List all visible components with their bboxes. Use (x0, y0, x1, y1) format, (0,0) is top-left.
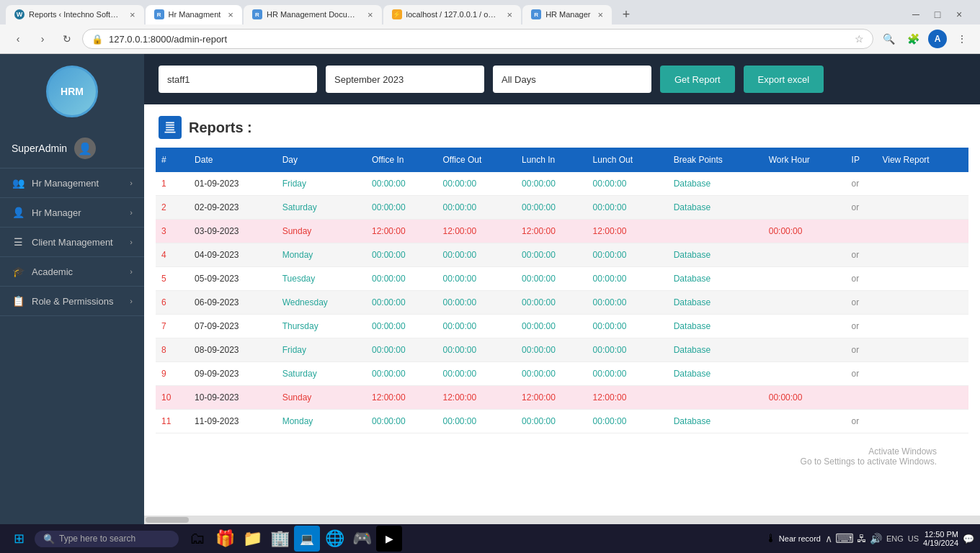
taskbar-app-terminal[interactable]: ▶ (376, 526, 402, 552)
taskbar-app-code[interactable]: 💻 (294, 526, 320, 552)
table-row: 6 06-09-2023 Wednesday 00:00:00 00:00:00… (156, 291, 968, 315)
thermometer-icon: 🌡 (765, 532, 777, 545)
sidebar-label-academic: Academic (32, 266, 73, 277)
taskbar-app-explorer[interactable]: 🗂 (184, 526, 210, 552)
forward-button[interactable]: › (33, 30, 52, 48)
cell-break-points: Database (668, 291, 763, 315)
cell-work-hour (763, 267, 846, 291)
bookmark-icon[interactable]: ☆ (855, 33, 864, 45)
date-display: 4/19/2024 (923, 539, 958, 547)
tray-up-icon[interactable]: ∧ (825, 533, 832, 544)
tab-close-1[interactable]: × (130, 9, 135, 20)
time-display: 12:50 PM (923, 530, 958, 539)
cell-office-in: 00:00:00 (366, 362, 437, 386)
cell-office-out: 00:00:00 (437, 291, 516, 315)
taskbar-app-chrome[interactable]: 🌐 (321, 526, 347, 552)
logo: HRM (46, 66, 98, 117)
tab-hr-management[interactable]: R Hr Managment × (146, 5, 242, 24)
tray-volume-icon[interactable]: 🔊 (870, 533, 882, 544)
tab-favicon-5: R (531, 9, 541, 19)
sidebar-item-hr-management[interactable]: 👥 Hr Management › (0, 168, 144, 198)
tab-hr-docs[interactable]: R HR Management Documen... × (244, 5, 382, 24)
cell-lunch-in: 00:00:00 (516, 338, 587, 362)
cell-date: 10-09-2023 (189, 386, 277, 410)
cell-num: 10 (156, 386, 189, 410)
cell-break-points: Database (668, 362, 763, 386)
extensions-icon[interactable]: 🧩 (904, 30, 922, 48)
cell-lunch-in: 00:00:00 (516, 267, 587, 291)
get-report-button[interactable]: Get Report (660, 66, 735, 93)
taskbar-search-text: Type here to search (59, 534, 135, 544)
near-record-text: Near record (779, 534, 821, 543)
new-tab-button[interactable]: + (616, 4, 636, 24)
taskbar-app-folder[interactable]: 📁 (239, 526, 265, 552)
refresh-button[interactable]: ↻ (58, 30, 76, 48)
cell-ip (846, 220, 877, 243)
cell-lunch-in: 00:00:00 (516, 196, 587, 220)
col-break-points: Break Points (668, 148, 763, 172)
taskbar-app-game[interactable]: 🎮 (349, 526, 375, 552)
cell-ip: or (846, 338, 877, 362)
tab-reports[interactable]: W Reports ‹ Intechno Softwar... × (6, 5, 144, 24)
sidebar-item-hr-manager[interactable]: 👤 Hr Manager › (0, 198, 144, 228)
taskbar-search-icon: 🔍 (43, 534, 55, 544)
cell-office-out: 00:00:00 (437, 410, 516, 433)
cell-ip: or (846, 267, 877, 291)
date-input[interactable] (326, 66, 484, 93)
table-header-row: # Date Day Office In Office Out Lunch In… (156, 148, 968, 172)
back-button[interactable]: ‹ (9, 30, 27, 48)
academic-icon: 🎓 (12, 265, 24, 278)
sidebar-item-role-permissions[interactable]: 📋 Role & Permissions › (0, 287, 144, 316)
tab-title-3: HR Management Documen... (267, 10, 360, 19)
cell-break-points: Database (668, 243, 763, 267)
cell-view-report (876, 172, 968, 196)
start-button[interactable]: ⊞ (6, 527, 32, 550)
cell-ip: or (846, 291, 877, 315)
cell-day: Saturday (277, 196, 366, 220)
menu-icon[interactable]: ⋮ (953, 30, 971, 48)
tab-close-5[interactable]: × (598, 9, 604, 20)
staff-input[interactable] (159, 66, 317, 93)
cell-lunch-in: 12:00:00 (516, 220, 587, 243)
close-button[interactable]: × (950, 5, 968, 24)
report-area: Reports : # Date Day Office In Office Ou… (144, 104, 980, 516)
table-row: 8 08-09-2023 Friday 00:00:00 00:00:00 00… (156, 338, 968, 362)
scrollbar-thumb[interactable] (146, 517, 189, 523)
tab-localhost[interactable]: ⚡ localhost / 127.0.0.1 / onlin... × (383, 5, 522, 24)
tab-close-2[interactable]: × (228, 9, 233, 20)
sidebar-item-academic[interactable]: 🎓 Academic › (0, 257, 144, 287)
taskbar-app-gift[interactable]: 🎁 (212, 526, 238, 552)
cell-day: Tuesday (277, 267, 366, 291)
col-office-out: Office Out (437, 148, 516, 172)
tab-close-4[interactable]: × (507, 9, 513, 20)
profile-icon[interactable]: A (928, 30, 947, 48)
cell-day: Sunday (277, 220, 366, 243)
cell-ip: or (846, 172, 877, 196)
cell-view-report (876, 196, 968, 220)
user-name: SuperAdmin (12, 143, 67, 154)
cell-lunch-in: 00:00:00 (516, 410, 587, 433)
maximize-button[interactable]: □ (928, 5, 947, 24)
days-input[interactable] (493, 66, 651, 93)
export-excel-button[interactable]: Export excel (744, 66, 824, 93)
cell-lunch-out: 00:00:00 (587, 410, 668, 433)
address-bar[interactable]: 🔒 127.0.0.1:8000/admin-report ☆ (82, 29, 873, 49)
cell-lunch-in: 00:00:00 (516, 315, 587, 338)
hr-management-icon: 👥 (12, 176, 24, 189)
main-area: Reports : # Date Day Office In Office Ou… (144, 104, 980, 524)
cell-lunch-out: 00:00:00 (587, 172, 668, 196)
taskbar-app-office[interactable]: 🏢 (267, 526, 293, 552)
logo-text: HRM (61, 86, 84, 98)
tab-hr-manager[interactable]: R HR Manager × (522, 5, 612, 24)
notification-button[interactable]: 💬 (963, 534, 974, 544)
windows-logo-icon: ⊞ (14, 531, 24, 547)
sidebar-item-client-management[interactable]: ☰ Client Management › (0, 228, 144, 257)
scrollbar-area[interactable] (144, 516, 980, 524)
search-icon[interactable]: 🔍 (879, 30, 898, 48)
tab-close-3[interactable]: × (368, 9, 373, 20)
browser-controls: ‹ › ↻ 🔒 127.0.0.1:8000/admin-report ☆ 🔍 … (0, 24, 980, 54)
minimize-button[interactable]: ─ (906, 5, 925, 24)
taskbar-search[interactable]: 🔍 Type here to search (35, 531, 179, 547)
cell-lunch-in: 00:00:00 (516, 362, 587, 386)
cell-ip: or (846, 315, 877, 338)
